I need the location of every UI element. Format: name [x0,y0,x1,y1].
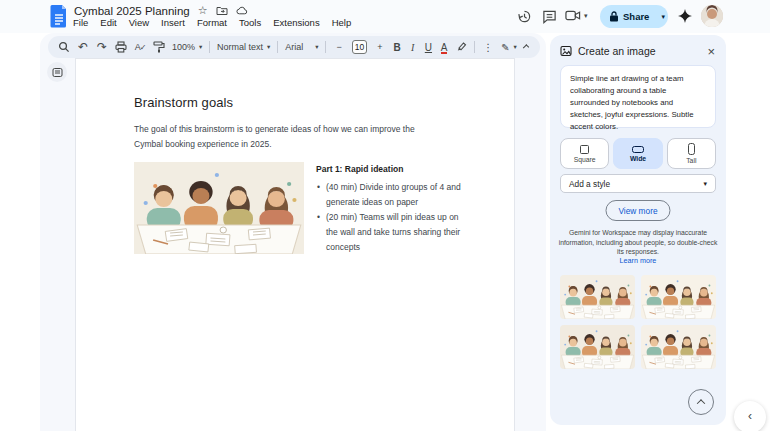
menu-file[interactable]: File [67,16,94,30]
create-image-panel: Create an image × Simple line art drawin… [550,35,726,425]
share-button[interactable]: Share ▾ [600,5,668,28]
top-bar: Cymbal 2025 Planning ☆ File Edit View In… [0,0,770,33]
docs-logo-icon[interactable] [50,4,68,28]
font-family-select[interactable]: Arial▾ [285,42,318,52]
collapse-toolbar-icon[interactable] [523,44,529,50]
document-outline-button[interactable] [47,62,67,82]
video-camera-icon [565,8,581,23]
wide-shape-icon [632,146,644,153]
chevron-up-icon [697,399,705,407]
collapse-panel-button[interactable]: ‹ [734,401,766,431]
menu-edit[interactable]: Edit [94,16,122,30]
generated-image-3[interactable] [560,325,635,369]
panel-title: Create an image [578,45,698,57]
doc-content-row: Part 1: Rapid ideation •(40 min) Divide … [134,162,466,255]
generated-image-4[interactable] [641,325,716,369]
meet-button[interactable]: ▾ [565,8,588,23]
doc-section-title: Part 1: Rapid ideation [316,164,466,174]
generated-image-2[interactable] [641,275,716,319]
increase-font-size-button[interactable]: + [374,39,386,55]
editing-mode-button[interactable]: ✎▾ [501,42,517,53]
aspect-option-tall[interactable]: Tall [667,138,716,169]
highlight-icon[interactable] [455,39,467,55]
search-icon[interactable] [58,39,70,55]
meet-caret-icon[interactable]: ▾ [584,12,588,20]
lock-icon [609,11,619,22]
doc-bullet-item: •(20 min) Teams will pin ideas up on the… [316,210,466,255]
doc-intro-paragraph: The goal of this brainstorm is to genera… [134,122,430,152]
document-page[interactable]: Brainstorm goals The goal of this brains… [75,58,515,431]
more-options-icon[interactable]: ⋮ [482,39,494,55]
doc-bullet-list: •(40 min) Divide into groups of 4 and ge… [316,180,466,255]
zoom-select[interactable]: 100%▾ [172,42,202,52]
chevron-left-icon: ‹ [748,409,752,423]
cloud-status-icon[interactable] [236,5,248,17]
comments-icon[interactable] [541,8,558,25]
pen-icon: ✎ [501,42,509,53]
aspect-option-wide[interactable]: Wide [613,138,662,169]
share-caret-icon[interactable]: ▾ [655,13,671,21]
aspect-ratio-group: Square Wide Tall [560,138,716,169]
menu-help[interactable]: Help [326,16,358,30]
toolbar-divider [474,41,475,53]
spellcheck-icon[interactable]: A✓ [134,39,146,55]
italic-button[interactable]: I [408,42,417,53]
document-title[interactable]: Cymbal 2025 Planning [74,5,190,17]
prompt-input[interactable]: Simple line art drawing of a team collab… [560,65,716,128]
text-color-button[interactable]: A [440,42,449,53]
gemini-icon[interactable] [676,7,693,24]
doc-side-column: Part 1: Rapid ideation •(40 min) Divide … [316,162,466,255]
toolbar-divider [277,41,278,53]
decrease-font-size-button[interactable]: − [333,39,345,55]
toolbar: ↶ ↷ A✓ 100%▾ Normal text▾ Arial▾ − 10 + … [48,36,540,58]
view-more-button[interactable]: View more [605,200,670,221]
scroll-to-top-button[interactable] [688,389,714,415]
style-select[interactable]: Add a style ▾ [560,174,716,193]
doc-bullet-item: •(40 min) Divide into groups of 4 and ge… [316,180,466,210]
menu-bar: File Edit View Insert Format Tools Exten… [67,16,357,30]
square-shape-icon [580,145,589,154]
toolbar-divider [209,41,210,53]
learn-more-link[interactable]: Learn more [550,256,726,265]
menu-tools[interactable]: Tools [233,16,267,30]
star-icon[interactable]: ☆ [198,5,208,16]
close-icon[interactable]: × [704,45,718,58]
generated-image-1[interactable] [560,275,635,319]
font-size-input[interactable]: 10 [352,40,367,54]
panel-header: Create an image × [560,43,718,59]
version-history-icon[interactable] [516,8,533,25]
redo-icon[interactable]: ↷ [96,39,108,55]
doc-inline-image[interactable] [134,162,304,254]
tall-shape-icon [688,143,695,155]
underline-button[interactable]: U [424,42,433,53]
print-icon[interactable] [115,39,127,55]
paint-format-icon[interactable] [153,39,165,55]
google-docs-window: Cymbal 2025 Planning ☆ File Edit View In… [0,0,770,431]
share-label: Share [623,11,649,22]
menu-view[interactable]: View [123,16,155,30]
doc-heading: Brainstorm goals [134,95,233,110]
paragraph-style-select[interactable]: Normal text▾ [217,42,270,52]
create-image-icon [560,45,572,57]
document-area: ↶ ↷ A✓ 100%▾ Normal text▾ Arial▾ − 10 + … [40,33,546,431]
undo-icon[interactable]: ↶ [77,39,89,55]
chevron-down-icon: ▾ [703,180,707,188]
aspect-option-square[interactable]: Square [560,138,609,169]
bold-button[interactable]: B [393,42,402,53]
menu-format[interactable]: Format [191,16,233,30]
generated-images-grid [560,275,716,369]
toolbar-divider [325,41,326,53]
menu-extensions[interactable]: Extensions [267,16,325,30]
gemini-disclaimer: Gemini for Workspace may display inaccur… [558,228,718,257]
avatar[interactable] [701,5,723,27]
menu-insert[interactable]: Insert [155,16,191,30]
move-folder-icon[interactable] [216,5,228,17]
